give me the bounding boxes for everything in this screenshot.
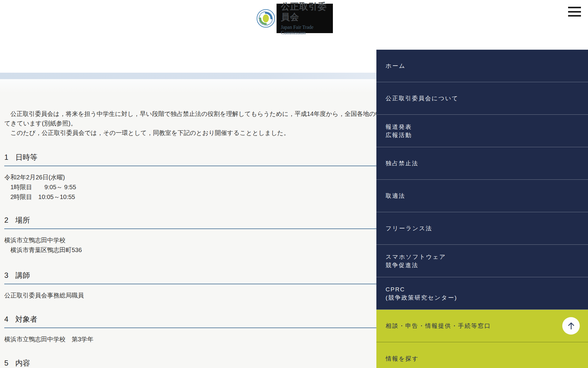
- sidebar-item-home[interactable]: ホーム: [376, 50, 588, 82]
- section-audience: 4対象者 横浜市立鴨志田中学校 第3学年: [4, 315, 384, 324]
- section-datetime: 1日時等 令和2年2月26日(水曜) 1時限目 9:05～ 9:55 2時限目 …: [4, 153, 384, 162]
- sidebar-item-antimonopoly[interactable]: 独占禁止法: [376, 147, 588, 180]
- section-body: 横浜市立鴨志田中学校 第3学年: [4, 334, 93, 344]
- sidebar-item-smartphone[interactable]: スマホソフトウェア 競争促進法: [376, 245, 588, 277]
- section-heading: 3講師: [4, 271, 384, 280]
- sidebar-item-freelance[interactable]: フリーランス法: [376, 212, 588, 245]
- section-contents: 5内容: [4, 358, 384, 368]
- scroll-to-top-button[interactable]: [562, 317, 580, 335]
- section-heading: 4対象者: [4, 315, 384, 324]
- page: JAPAN FAIR TRADE COMMISSION 公正取引委員会 Japa…: [0, 0, 588, 368]
- up-arrow-icon: [567, 321, 576, 331]
- sidebar-item-consultation[interactable]: 相談・申告・情報提供・手続等窓口: [376, 310, 588, 342]
- sidebar-item-press[interactable]: 報道発表 広報活動: [376, 115, 588, 147]
- jftc-emblem-icon: JAPAN FAIR TRADE COMMISSION: [255, 4, 277, 33]
- section-body: 公正取引委員会事務総局職員: [4, 290, 84, 300]
- section-body: 横浜市立鴨志田中学校 横浜市青葉区鴨志田町536: [4, 235, 82, 255]
- hamburger-menu-icon[interactable]: [568, 7, 581, 17]
- section-divider: [4, 328, 383, 328]
- jftc-logo[interactable]: JAPAN FAIR TRADE COMMISSION 公正取引委員会 Japa…: [255, 4, 333, 33]
- logo-title-jp: 公正取引委員会: [281, 1, 333, 22]
- section-heading: 1日時等: [4, 153, 384, 162]
- sidebar-item-search-info[interactable]: 情報を探す: [376, 342, 588, 368]
- section-place: 2場所 横浜市立鴨志田中学校 横浜市青葉区鴨志田町536: [4, 216, 384, 225]
- sidebar-item-subcontract[interactable]: 取適法: [376, 180, 588, 212]
- sidebar-item-about[interactable]: 公正取引委員会について: [376, 82, 588, 115]
- intro-line: 公正取引委員会は，将来を担う中学生に対し，早い段階で独占禁止法の役割を理解しても…: [4, 109, 394, 119]
- section-divider: [4, 228, 383, 229]
- intro-line: てきています(別紙参照)。: [4, 119, 394, 128]
- section-divider: [4, 166, 383, 166]
- logo-title-en: Japan Fair Trade Commission: [281, 25, 333, 36]
- section-divider: [4, 284, 383, 284]
- section-body: 令和2年2月26日(水曜) 1時限目 9:05～ 9:55 2時限目 10:05…: [4, 172, 76, 202]
- section-lecturer: 3講師 公正取引委員会事務総局職員: [4, 271, 384, 280]
- intro-line: このたび，公正取引委員会では，その一環として，同教室を下記のとおり開催することと…: [4, 128, 394, 138]
- intro-paragraph: 公正取引委員会は，将来を担う中学生に対し，早い段階で独占禁止法の役割を理解しても…: [4, 109, 394, 138]
- slide-menu: ホーム 公正取引委員会について 報道発表 広報活動 独占禁止法 取適法 フリーラ…: [376, 50, 588, 368]
- sidebar-item-cprc[interactable]: CPRC (競争政策研究センター): [376, 277, 588, 310]
- section-heading: 5内容: [4, 358, 384, 368]
- section-heading: 2場所: [4, 216, 384, 225]
